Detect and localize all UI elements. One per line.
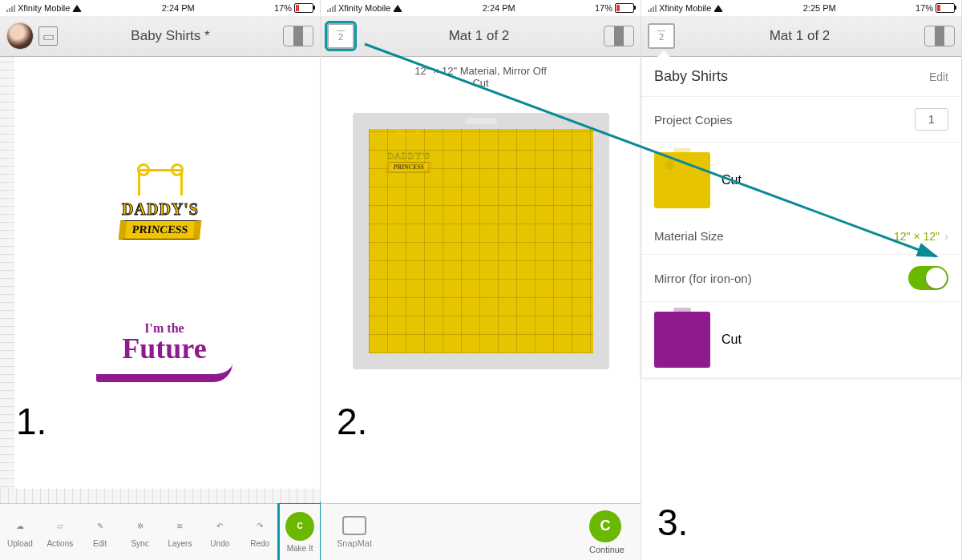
make-it-icon: C [285, 512, 314, 541]
mirror-toggle[interactable] [908, 266, 948, 290]
cutting-mat[interactable]: DADDY'S PRINCESS [353, 113, 609, 369]
battery-icon [936, 3, 955, 13]
camera-icon [342, 516, 366, 535]
design-daddys-princess[interactable]: DADDY'S PRINCESS [96, 169, 224, 240]
status-bar: Xfinity Mobile 2:25 PM 17% [641, 0, 961, 16]
redo-button[interactable]: ↷Redo [240, 504, 280, 560]
project-title: Baby Shirts * [58, 28, 283, 44]
avatar[interactable] [6, 22, 34, 50]
battery-icon [294, 3, 313, 13]
edit-icon: ✎ [89, 517, 111, 536]
mat-preview-area: 12" × 12" Material, Mirror Off Cut DADDY… [321, 57, 641, 503]
mat-count-button[interactable]: 2 [648, 23, 675, 49]
clock: 2:24 PM [162, 3, 195, 13]
status-bar: Xfinity Mobile 2:24 PM 17% [0, 0, 320, 16]
ruler-vertical [0, 57, 14, 503]
crown-icon [138, 169, 183, 195]
save-icon[interactable]: ▭ [38, 26, 58, 46]
mat-cut-label: Cut [722, 332, 742, 347]
toolbar: ☁Upload ▱Actions ✎Edit ✲Sync ≋Layers ↶Un… [0, 503, 320, 560]
sync-button[interactable]: ✲Sync [120, 504, 160, 560]
undo-button[interactable]: ↶Undo [200, 504, 240, 560]
copies-label: Project Copies [654, 113, 733, 127]
design-canvas[interactable]: DADDY'S PRINCESS I'm the Future 1. [0, 57, 320, 503]
view-toggle[interactable] [283, 26, 313, 46]
clock: 2:25 PM [803, 3, 836, 13]
bottom-bar: SnapMat CContinue [321, 503, 641, 560]
sync-icon: ✲ [129, 517, 152, 536]
project-name-row: Baby Shirts Edit [641, 57, 961, 97]
continue-icon: C [589, 510, 621, 542]
project-name: Baby Shirts [654, 68, 728, 85]
mat-thumb-yellow [654, 152, 710, 208]
signal-icon [648, 5, 657, 12]
phone-screen-2: Xfinity Mobile 2:24 PM 17% 2 Mat 1 of 2 … [321, 0, 641, 560]
battery-icon [615, 3, 634, 13]
battery-percent: 17% [274, 3, 292, 13]
view-toggle[interactable] [604, 26, 634, 46]
mat-2-row[interactable]: Cut [641, 302, 961, 377]
phone-screen-1: Xfinity Mobile 2:24 PM 17% ▭ Baby Shirts… [0, 0, 321, 560]
mat-title: Mat 1 of 2 [675, 28, 924, 44]
mat-info: 12" × 12" Material, Mirror Off Cut [414, 57, 547, 97]
mat-title: Mat 1 of 2 [354, 28, 604, 44]
mat-1-row[interactable]: Cut [641, 143, 961, 218]
status-bar: Xfinity Mobile 2:24 PM 17% [321, 0, 641, 16]
edit-button[interactable]: ✎Edit [80, 504, 120, 560]
edit-link[interactable]: Edit [929, 71, 948, 83]
size-value: 12" × 12" [894, 230, 940, 243]
signal-icon [327, 5, 336, 12]
carrier-label: Xfinity Mobile [18, 3, 70, 13]
copies-input[interactable]: 1 [915, 108, 948, 131]
battery-percent: 17% [916, 3, 933, 13]
layers-icon: ≋ [168, 517, 191, 536]
make-it-button[interactable]: CMake It [280, 504, 320, 560]
step-number-1: 1. [16, 400, 46, 443]
wifi-icon [713, 5, 723, 12]
undo-icon: ↶ [208, 517, 231, 536]
clock: 2:24 PM [483, 3, 515, 13]
wifi-icon [72, 5, 82, 12]
redo-icon: ↷ [249, 517, 271, 536]
battery-percent: 17% [595, 3, 612, 13]
material-size-row[interactable]: Material Size 12" × 12"› [641, 218, 961, 255]
header: 2 Mat 1 of 2 [641, 16, 961, 57]
size-label: Material Size [654, 229, 724, 243]
actions-button[interactable]: ▱Actions [40, 504, 80, 560]
carrier-label: Xfinity Mobile [659, 3, 711, 13]
carrier-label: Xfinity Mobile [338, 3, 390, 13]
mirror-row: Mirror (for iron-on) [641, 255, 961, 302]
mat-thumb-purple [654, 312, 710, 368]
upload-icon: ☁ [9, 517, 31, 536]
step-number-3: 3. [657, 501, 688, 544]
ruler-horizontal [0, 489, 320, 503]
design-im-the-future[interactable]: I'm the Future [96, 321, 232, 382]
actions-icon: ▱ [49, 517, 71, 536]
upload-button[interactable]: ☁Upload [0, 504, 40, 560]
continue-button[interactable]: CContinue [589, 510, 624, 554]
signal-icon [6, 5, 15, 12]
header: ▭ Baby Shirts * [0, 16, 320, 57]
mat-count-button[interactable]: 2 [327, 23, 354, 49]
phone-screen-3: Xfinity Mobile 2:25 PM 17% 2 Mat 1 of 2 … [641, 0, 962, 560]
layers-button[interactable]: ≋Layers [160, 504, 200, 560]
mat-settings-panel: Baby Shirts Edit Project Copies 1 Cut Ma… [641, 57, 961, 560]
project-copies-row: Project Copies 1 [641, 97, 961, 143]
mat-grid: DADDY'S PRINCESS [369, 129, 593, 353]
snapmat-button[interactable]: SnapMat [337, 516, 372, 548]
step-number-2: 2. [337, 400, 367, 443]
mat-cut-label: Cut [722, 173, 742, 187]
mat-design-preview: DADDY'S PRINCESS [374, 134, 444, 172]
chevron-right-icon: › [944, 229, 948, 243]
header: 2 Mat 1 of 2 [321, 16, 641, 57]
wifi-icon [393, 5, 402, 12]
view-toggle[interactable] [924, 26, 955, 46]
mirror-label: Mirror (for iron-on) [654, 272, 752, 285]
